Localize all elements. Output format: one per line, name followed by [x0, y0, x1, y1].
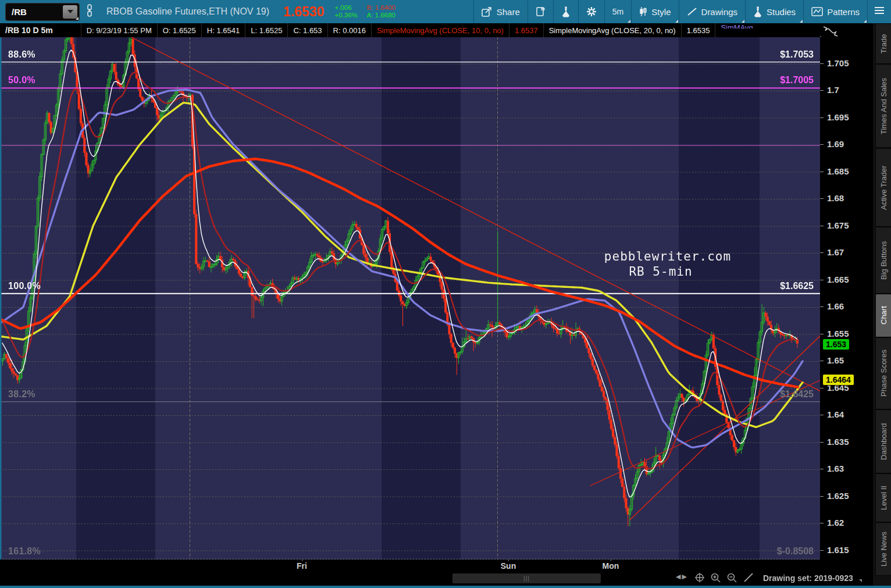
sidebar-tab-phase-scores[interactable]: Phase Scores: [875, 337, 891, 409]
dropdown-corner-icon: [675, 20, 678, 23]
share-button[interactable]: Share: [474, 0, 528, 23]
bid-value: B: 1.6400: [367, 4, 395, 12]
dropdown-corner-icon: [864, 20, 867, 23]
price-axis-tick: 1.63: [827, 464, 844, 473]
sma10-study-label[interactable]: SimpleMovingAvg (CLOSE, 10, 0, no): [372, 23, 509, 37]
ask-value: A: 1.6680: [367, 12, 395, 19]
report-icon: i: [536, 6, 546, 17]
symbol-value: /RB: [6, 7, 63, 17]
patterns-button[interactable]: Patterns: [804, 0, 867, 23]
scrollbar-grip-icon[interactable]: |||: [523, 575, 530, 582]
sidebar-tab-active-trader[interactable]: Active Trader: [875, 148, 891, 227]
pan-arrows[interactable]: ◀▶: [676, 573, 687, 580]
flask-icon: [753, 6, 762, 17]
style-button[interactable]: Style: [632, 0, 678, 23]
time-axis-label-sun: Sun: [501, 561, 516, 571]
gear-icon: [586, 6, 597, 17]
symbol-dropdown[interactable]: /RB: [5, 3, 80, 21]
sidebar-tab-dashboard[interactable]: Dashboard: [875, 409, 891, 473]
price-axis-tick: 1.7: [827, 85, 839, 95]
resize-grip-icon: [76, 17, 79, 20]
status-high: H: 1.6541: [202, 23, 245, 37]
sma20-study-label[interactable]: SimpleMovingAvg (CLOSE, 20, 0, no): [544, 23, 682, 37]
drawing-set-selector[interactable]: Drawing set: 2019-0923: [763, 573, 853, 583]
candlestick-icon: [639, 6, 647, 17]
price-axis-tick: 1.66: [827, 301, 844, 311]
sma10-value: 1.6537: [509, 23, 544, 37]
status-low: L: 1.6525: [245, 23, 288, 37]
top-toolbar: /RB RBOB Gasoline Futures,ETH (NOV 19) 1…: [0, 0, 891, 23]
dropdown-corner-icon: [628, 20, 630, 23]
status-range: R: 0.0016: [328, 23, 372, 37]
price-axis-tick: 1.695: [827, 112, 849, 122]
bottom-toolbar: ||| ◀▶ Drawing set: 2019-0923 ‹ ›: [0, 571, 891, 586]
sidebar-tab-chart[interactable]: Chart: [875, 294, 891, 337]
pattern-tool-icon[interactable]: [821, 23, 849, 43]
price-axis-tick: 1.64: [827, 409, 844, 419]
clipped-study-label: SimMAvg: [715, 23, 758, 28]
chart-status-bar: /RB 10 D 5m D: 9/23/19 1:55 PM O: 1.6525…: [0, 23, 891, 37]
dropdown-corner-icon: [742, 20, 744, 23]
pattern-chart-icon: [811, 7, 823, 16]
price-axis-tick: 1.615: [827, 545, 849, 555]
current-price-badge: 1.653: [822, 338, 850, 350]
zoom-in-icon[interactable]: [710, 572, 721, 586]
studies-button[interactable]: Studies: [746, 0, 803, 23]
status-close: C: 1.653: [288, 23, 327, 37]
change-block: +.006 +0.36%: [334, 4, 357, 19]
zoom-out-icon[interactable]: [726, 572, 737, 586]
status-open: O: 1.6525: [158, 23, 202, 37]
time-axis-label-mon: Mon: [603, 561, 619, 571]
flask-icon: [561, 6, 571, 17]
price-axis-tick: 1.68: [827, 193, 844, 203]
pan-right-icon: ▶: [682, 573, 686, 580]
price-axis-tick: 1.705: [827, 58, 849, 68]
price-axis-tick: 1.67: [827, 247, 844, 257]
chart-symbol-desc: /RB 10 D 5m: [0, 23, 81, 37]
sidebar-tab-big-buttons[interactable]: Big Buttons: [875, 227, 891, 294]
menu-icon[interactable]: [874, 6, 885, 17]
auto-center-icon[interactable]: [694, 572, 705, 585]
price-axis-tick: 1.635: [827, 437, 849, 447]
bid-ask-block: B: 1.6400 A: 1.6680: [367, 4, 395, 19]
link-icon[interactable]: [85, 3, 94, 20]
price-axis-tick: 1.655: [827, 329, 849, 338]
status-date: D: 9/23/19 1:55 PM: [81, 23, 158, 37]
timeframe-button[interactable]: 5m: [605, 0, 631, 23]
price-axis-tick: 1.69: [827, 139, 844, 149]
sidebar-tab-live-news[interactable]: Live News: [875, 522, 891, 576]
chevron-down-icon: [859, 579, 862, 582]
report-button[interactable]: i: [528, 0, 553, 23]
price-axis-tick: 1.685: [827, 166, 849, 176]
sidebar-tab-trade[interactable]: Trade: [875, 23, 891, 64]
window-footer-strip: [0, 586, 891, 588]
price-axis-tick: 1.665: [827, 275, 849, 284]
price-axis-tick: 1.625: [827, 491, 849, 501]
sidebar-tab-level-ii[interactable]: Level II: [875, 473, 891, 522]
change-value: +.006: [334, 4, 357, 12]
drawings-button[interactable]: Drawings: [679, 0, 746, 23]
time-axis[interactable]: FriSunMon: [0, 560, 820, 571]
indicator-price-badge: 1.6464: [822, 374, 854, 386]
last-price: 1.6530: [283, 4, 324, 20]
price-chart-canvas[interactable]: [0, 37, 820, 560]
sidebar-tab-times-and-sales[interactable]: Times And Sales: [875, 64, 891, 148]
change-percent: +0.36%: [334, 12, 357, 19]
price-axis[interactable]: 1.711.7051.71.6951.691.6851.681.6751.671…: [820, 37, 872, 571]
share-icon: [482, 7, 493, 17]
price-axis-tick: 1.65: [827, 355, 844, 365]
time-axis-label-fri: Fri: [297, 561, 307, 571]
pan-left-icon: ◀: [676, 573, 680, 580]
instrument-title: RBOB Gasoline Futures,ETH (NOV 19): [106, 6, 269, 17]
right-sidebar: TradeTimes And SalesActive TraderBig But…: [872, 23, 891, 586]
draw-line-icon[interactable]: [743, 572, 754, 585]
dropdown-corner-icon: [800, 20, 803, 23]
thinkorswim-chart-window: /RB RBOB Gasoline Futures,ETH (NOV 19) 1…: [0, 0, 891, 588]
pencil-line-icon: [687, 7, 697, 16]
price-axis-tick: 1.675: [827, 220, 849, 230]
settings-button[interactable]: [579, 0, 604, 23]
analyze-button[interactable]: [554, 0, 578, 23]
price-axis-tick: 1.62: [827, 518, 844, 528]
chart-scrollbar[interactable]: |||: [452, 573, 601, 583]
sma20-value: 1.6535: [682, 23, 716, 37]
